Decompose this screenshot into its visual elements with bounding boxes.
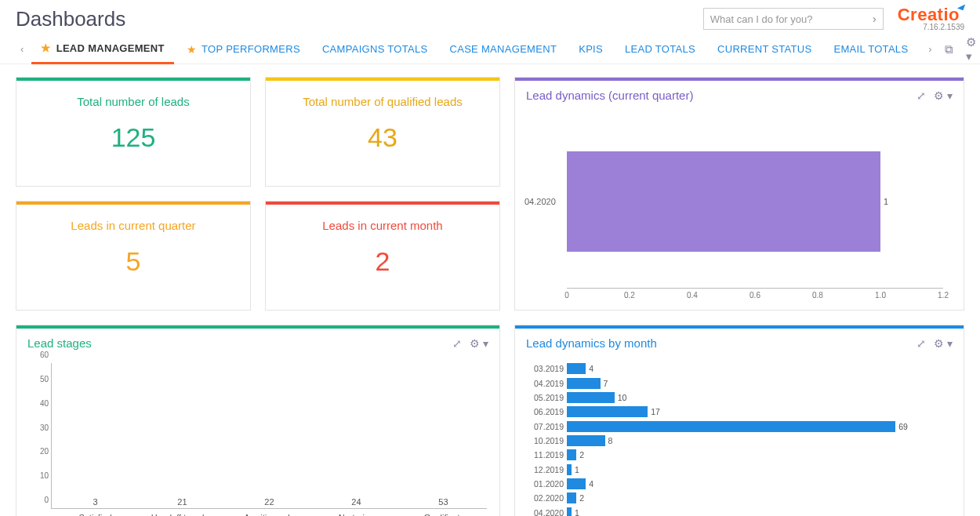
star-icon: ★: [187, 43, 197, 56]
bar-value-label: 2: [579, 493, 584, 503]
axis-tick: 30: [40, 423, 52, 431]
chevron-right-icon: ›: [873, 13, 877, 25]
bar-value-label: 1: [575, 465, 579, 474]
panel-title: Lead stages: [27, 336, 445, 350]
chart-bar: [567, 406, 648, 417]
gear-icon[interactable]: ⚙ ▾: [926, 89, 953, 102]
metric-value: 5: [23, 246, 244, 277]
page-title: Dashboards: [16, 7, 703, 31]
bar-value-label: 1: [884, 197, 888, 206]
metric-qualified-leads: Total number of qualified leads 43: [265, 77, 500, 187]
axis-tick: 50: [40, 374, 52, 383]
brand-block: Creatio 7.16.2.1539: [898, 6, 964, 31]
settings-gear-icon[interactable]: ⚙ ▾: [961, 35, 980, 64]
bar-value-label: 1: [575, 508, 579, 516]
axis-category: 06.2019: [523, 407, 564, 416]
expand-icon[interactable]: ⤢: [909, 337, 926, 350]
star-icon: ★: [41, 42, 51, 54]
tab-label: EMAIL TOTALS: [833, 43, 908, 55]
chart-bar: [567, 151, 880, 253]
tab-email-totals[interactable]: EMAIL TOTALS: [824, 35, 917, 64]
axis-tick: 0: [564, 291, 569, 300]
axis-tick: 0: [44, 496, 52, 504]
chart-bar: [567, 421, 895, 432]
tabs-scroll-right[interactable]: ›: [924, 43, 936, 55]
tab-lead-totals[interactable]: LEAD TOTALS: [615, 35, 705, 64]
tab-lead-management[interactable]: ★LEAD MANAGEMENT: [31, 35, 173, 64]
axis-category: 03.2019: [523, 364, 564, 373]
axis-tick: 20: [40, 447, 52, 456]
axis-tick: 1.0: [875, 291, 886, 300]
metric-title: Total number of qualified leads: [272, 95, 493, 108]
bar-value-label: 53: [438, 497, 448, 507]
axis-category: Handoff to sales: [143, 508, 222, 516]
tab-case-management[interactable]: CASE MANAGEMENT: [440, 35, 566, 64]
metric-value: 2: [272, 246, 493, 277]
bar-value-label: 10: [618, 393, 627, 402]
bar-value-label: 21: [177, 497, 187, 507]
bar-value-label: 4: [589, 364, 593, 373]
axis-tick: 10: [40, 471, 52, 480]
search-placeholder: What can I do for you?: [710, 13, 813, 25]
chart-bar: [567, 392, 615, 403]
expand-icon[interactable]: ⤢: [445, 337, 462, 350]
axis-category: Qualificat-ion: [404, 508, 483, 516]
metric-leads-quarter: Leads in current quarter 5: [16, 201, 251, 311]
axis-tick: 0.2: [624, 291, 635, 300]
tab-label: CURRENT STATUS: [717, 43, 811, 55]
bar-value-label: 17: [651, 407, 660, 416]
bar-value-label: 24: [351, 497, 361, 507]
panel-title: Lead dynamics (current quarter): [526, 89, 909, 102]
axis-category: 04.2020: [523, 508, 564, 516]
axis-category: 04.2020: [524, 197, 556, 206]
dashboard-tabs: ‹ ★LEAD MANAGEMENT★TOP PERFORMERSCAMPAIG…: [0, 35, 980, 64]
chart-bar: [567, 507, 572, 516]
axis-tick: 0.4: [687, 291, 698, 300]
chart-bar: [567, 378, 601, 389]
axis-category: Nurturing: [317, 508, 396, 516]
bar-value-label: 8: [608, 436, 613, 445]
metric-title: Leads in current month: [272, 219, 493, 232]
tab-label: LEAD TOTALS: [625, 43, 695, 55]
bar-value-label: 4: [589, 479, 593, 489]
axis-category: 12.2019: [523, 465, 564, 474]
tab-kpis[interactable]: KPIS: [569, 35, 612, 64]
axis-category: 02.2020: [523, 493, 564, 503]
axis-category: 10.2019: [523, 436, 564, 445]
tab-label: LEAD MANAGEMENT: [56, 42, 165, 54]
global-search-input[interactable]: What can I do for you? ›: [703, 8, 884, 30]
expand-icon[interactable]: ⤢: [909, 89, 926, 102]
tab-label: KPIS: [579, 43, 603, 55]
chart-bar: [567, 464, 572, 475]
axis-tick: 0.8: [812, 291, 823, 300]
dashboard-grid: Total number of leads 125 Total number o…: [0, 64, 980, 516]
brand-logo: Creatio: [898, 5, 960, 24]
axis-category: 05.2019: [523, 393, 564, 402]
tab-label: CASE MANAGEMENT: [449, 43, 557, 55]
tabs-scroll-left[interactable]: ‹: [16, 43, 28, 55]
panel-lead-stages: Lead stages ⤢ ⚙ ▾ 01020304050603Satisfie…: [16, 325, 500, 516]
app-version: 7.16.2.1539: [898, 24, 964, 31]
metric-value: 43: [272, 122, 493, 153]
chart-bar: [567, 478, 586, 489]
tab-label: TOP PERFORMERS: [201, 43, 300, 55]
axis-tick: 1.2: [938, 291, 949, 300]
axis-tick: 60: [40, 351, 52, 359]
chart-bar: [567, 492, 576, 503]
metric-total-leads: Total number of leads 125: [16, 77, 251, 187]
axis-category: 07.2019: [523, 422, 564, 431]
tab-top-performers[interactable]: ★TOP PERFORMERS: [177, 35, 310, 64]
tab-current-status[interactable]: CURRENT STATUS: [708, 35, 821, 64]
metric-title: Leads in current quarter: [23, 219, 244, 232]
gear-icon[interactable]: ⚙ ▾: [926, 337, 953, 350]
tab-campaigns-totals[interactable]: CAMPAIGNS TOTALS: [313, 35, 437, 64]
app-header: Dashboards What can I do for you? › Crea…: [0, 0, 980, 35]
bar-value-label: 69: [898, 422, 908, 431]
chart-bar: [567, 449, 576, 460]
metric-leads-month: Leads in current month 2: [265, 201, 500, 311]
chart-bar: [567, 435, 605, 446]
metric-title: Total number of leads: [23, 95, 244, 108]
fullscreen-toggle-icon[interactable]: ⧉: [940, 42, 958, 56]
gear-icon[interactable]: ⚙ ▾: [462, 337, 488, 350]
axis-category: 01.2020: [523, 479, 564, 489]
